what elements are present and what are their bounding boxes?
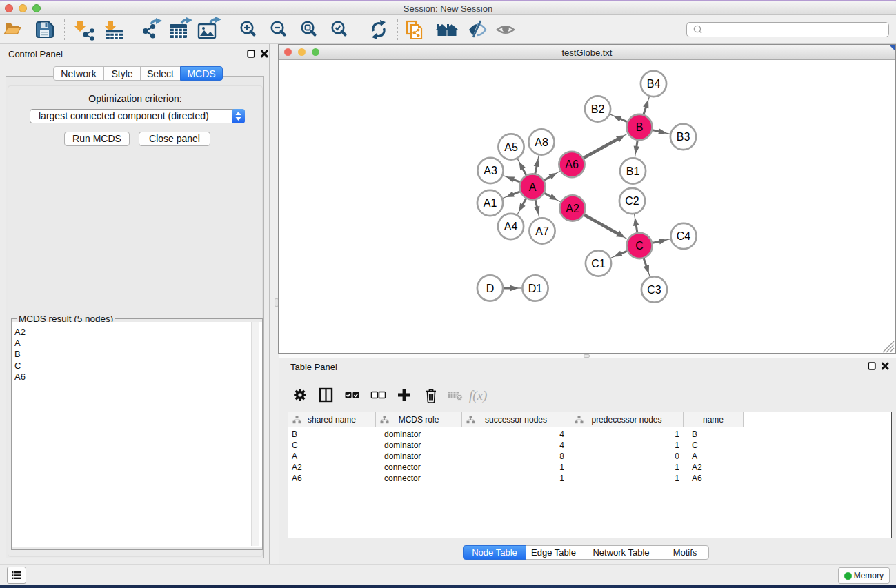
svg-text:B2: B2 [591, 103, 605, 115]
svg-text:A6: A6 [565, 159, 579, 170]
svg-text:C: C [635, 240, 644, 252]
svg-text:C3: C3 [647, 284, 661, 296]
svg-text:B1: B1 [626, 165, 640, 177]
svg-text:C1: C1 [591, 258, 606, 270]
svg-text:B: B [636, 121, 644, 133]
svg-text:D: D [486, 283, 495, 294]
svg-text:A2: A2 [566, 203, 579, 214]
svg-text:D1: D1 [528, 283, 543, 294]
svg-text:A5: A5 [504, 141, 518, 153]
svg-text:A8: A8 [535, 136, 548, 148]
svg-text:B3: B3 [677, 131, 690, 143]
svg-text:A4: A4 [504, 221, 518, 232]
svg-text:A: A [529, 181, 537, 193]
svg-text:C2: C2 [625, 195, 639, 207]
svg-text:f(x): f(x) [469, 388, 487, 403]
svg-text:B4: B4 [647, 78, 661, 90]
svg-text:A3: A3 [484, 165, 497, 176]
svg-text:A1: A1 [484, 197, 497, 209]
svg-text:C4: C4 [677, 230, 691, 242]
svg-text:A7: A7 [535, 225, 549, 237]
